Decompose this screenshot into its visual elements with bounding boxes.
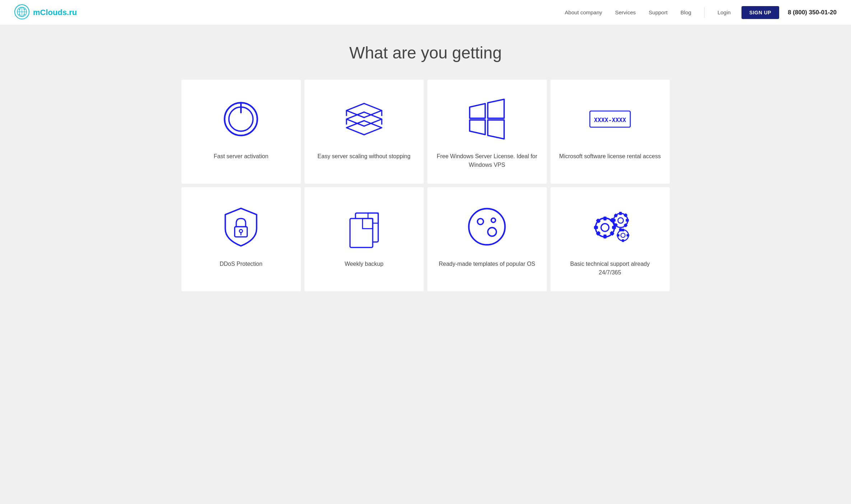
svg-rect-56 [622,229,624,231]
svg-rect-46 [619,212,622,215]
nav-support[interactable]: Support [649,9,668,15]
feature-label-easy-scaling: Easy server scaling without stopping [317,152,410,161]
svg-point-35 [601,223,609,231]
feature-label-windows-license: Free Windows Server License. Ideal for W… [436,152,538,169]
svg-point-5 [19,9,20,10]
feature-label-ms-license: Microsoft software license rental access [559,152,661,161]
svg-marker-18 [347,121,382,135]
svg-rect-29 [350,218,372,248]
files-icon [343,205,386,248]
feature-card-backup: Weekly backup [304,187,424,291]
main-nav: About company Services Support Blog Logi… [565,7,731,18]
svg-rect-57 [622,239,624,242]
nav-login[interactable]: Login [717,9,731,15]
svg-point-32 [491,218,496,222]
feature-card-easy-scaling: Easy server scaling without stopping [304,80,424,184]
feature-label-support: Basic technical support already 24/7/365 [559,260,661,277]
svg-marker-20 [488,99,504,118]
gears-icon [589,205,632,248]
phone-number: 8 (800) 350-01-20 [788,9,837,16]
svg-point-8 [24,14,25,15]
svg-point-45 [618,218,623,223]
feature-card-support: Basic technical support already 24/7/365 [550,187,670,291]
svg-point-6 [24,9,25,10]
svg-rect-38 [594,226,598,229]
svg-marker-19 [470,104,485,118]
svg-rect-48 [612,219,615,222]
svg-marker-15 [347,112,382,126]
svg-marker-21 [470,120,485,135]
svg-point-7 [19,14,20,15]
feature-card-fast-activation: Fast server activation [181,80,301,184]
svg-marker-22 [488,120,504,139]
page-title: What are you getting [181,43,670,62]
logo-icon [14,4,29,21]
feature-label-backup: Weekly backup [345,260,383,268]
layers-icon [343,98,386,141]
svg-rect-59 [627,234,629,237]
svg-marker-12 [347,103,382,117]
nav-services[interactable]: Services [615,9,636,15]
shield-icon [219,205,262,248]
power-icon [219,98,262,141]
feature-card-os-templates: Ready-made templates of popular OS [427,187,547,291]
svg-point-33 [488,227,497,236]
signup-button[interactable]: SIGN UP [741,6,779,19]
svg-rect-58 [617,234,619,237]
logo[interactable]: mClouds.ru [14,4,77,21]
svg-text:XXXX-XXXX: XXXX-XXXX [594,117,626,123]
site-header: mClouds.ru About company Services Suppor… [0,0,851,25]
windows-icon [465,98,508,141]
feature-card-windows-license: Free Windows Server License. Ideal for W… [427,80,547,184]
nav-about[interactable]: About company [565,9,602,15]
main-content: What are you getting Fast server activat… [171,25,680,313]
svg-point-30 [469,209,505,245]
feature-label-ddos: DDoS Protection [220,260,262,268]
feature-label-fast-activation: Fast server activation [214,152,268,161]
nav-divider [704,7,704,18]
svg-point-55 [621,233,625,237]
feature-grid: Fast server activation Easy server scali… [181,80,670,291]
feature-card-ms-license: XXXX-XXXX Microsoft software license ren… [550,80,670,184]
logo-text: mClouds.ru [33,8,77,17]
feature-label-os-templates: Ready-made templates of popular OS [439,260,535,268]
feature-card-ddos: DDoS Protection [181,187,301,291]
svg-rect-36 [603,217,606,221]
nav-blog[interactable]: Blog [680,9,691,15]
svg-point-31 [478,218,484,225]
license-key-icon: XXXX-XXXX [589,98,632,141]
svg-rect-37 [603,235,606,239]
os-icon [465,205,508,248]
svg-rect-49 [626,219,629,222]
